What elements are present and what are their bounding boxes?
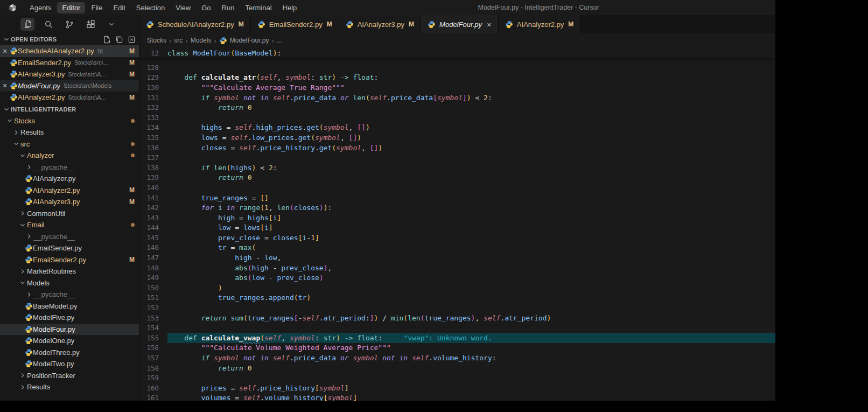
- activity-search-button[interactable]: [41, 18, 55, 31]
- menu-edit[interactable]: Edit: [108, 2, 130, 13]
- line-content[interactable]: abs(high - prev_close),: [167, 263, 775, 273]
- code-line-144[interactable]: 144 low = lows[i]: [139, 223, 775, 233]
- tree-item-email[interactable]: Email: [0, 219, 139, 231]
- code-line-134[interactable]: 134 highs = self.high_prices.get(symbol,…: [139, 123, 775, 133]
- code-line-130[interactable]: 130 """Calculate Average True Range""": [139, 82, 775, 93]
- line-content[interactable]: def calculate_vwap(self, symbol: str) ->…: [167, 333, 775, 343]
- line-number[interactable]: 158: [139, 364, 167, 372]
- tree-item--pycache-[interactable]: __pycache__: [0, 162, 139, 173]
- open-editor-item[interactable]: ×ModelFour.pyStocks\src\Models: [0, 80, 139, 92]
- open-editor-item[interactable]: EmailSender2.pyStocks\src\...M: [0, 57, 139, 69]
- line-number[interactable]: 131: [139, 94, 167, 102]
- line-content[interactable]: prices = self.price_history[symbol]: [167, 383, 775, 393]
- tree-item-results[interactable]: Results: [0, 381, 139, 393]
- line-number[interactable]: 144: [139, 224, 167, 232]
- tree-item-modelfour-py[interactable]: ModelFour.py: [0, 324, 139, 336]
- code-line-154[interactable]: 154: [139, 323, 775, 333]
- code-line-136[interactable]: 136 closes = self.price_history.get(symb…: [139, 143, 775, 153]
- close-icon[interactable]: ×: [0, 47, 10, 55]
- line-number[interactable]: 129: [139, 73, 167, 81]
- line-number[interactable]: 135: [139, 134, 167, 142]
- tree-item--pycache-[interactable]: __pycache__: [0, 289, 139, 301]
- line-content[interactable]: [167, 113, 775, 123]
- line-content[interactable]: return 0: [167, 363, 775, 373]
- code-line-137[interactable]: 137: [139, 152, 775, 163]
- code-line-135[interactable]: 135 lows = self.low_prices.get(symbol, […: [139, 132, 775, 143]
- tree-item-positiontracker[interactable]: PositionTracker: [0, 370, 139, 382]
- code-line-152[interactable]: 152: [139, 303, 775, 313]
- line-content[interactable]: if symbol not in self.price_data or symb…: [167, 353, 775, 363]
- line-number[interactable]: 154: [139, 324, 167, 332]
- line-content[interactable]: low = lows[i]: [167, 223, 775, 233]
- code-line-146[interactable]: 146 tr = max(: [139, 243, 775, 253]
- line-content[interactable]: high = highs[i]: [167, 213, 775, 223]
- code-line-140[interactable]: 140: [139, 183, 775, 193]
- line-content[interactable]: true_ranges.append(tr): [167, 293, 775, 303]
- line-content[interactable]: closes = self.price_history.get(symbol, …: [167, 143, 775, 153]
- tab-emailsender2-py[interactable]: EmailSender2.pyM: [251, 15, 339, 33]
- tree-item--pycache-[interactable]: __pycache__: [0, 231, 139, 243]
- menu-selection[interactable]: Selection: [131, 2, 170, 13]
- line-number[interactable]: 160: [139, 384, 167, 392]
- close-all-icon[interactable]: [128, 36, 136, 44]
- line-content[interactable]: high - low,: [167, 253, 775, 263]
- line-number[interactable]: 147: [139, 254, 167, 262]
- menu-terminal[interactable]: Terminal: [240, 2, 276, 13]
- line-number[interactable]: 153: [139, 314, 167, 322]
- line-content[interactable]: highs = self.high_prices.get(symbol, []): [167, 123, 775, 133]
- tab-modelfour-py[interactable]: ModelFour.py×: [421, 15, 499, 33]
- line-content[interactable]: tr = max(: [167, 243, 775, 253]
- code-line-159[interactable]: 159: [139, 373, 775, 383]
- tree-item-emailsender-py[interactable]: EmailSender.py: [0, 242, 139, 254]
- line-content[interactable]: return sum(true_ranges[-self.atr_period:…: [167, 313, 775, 323]
- close-icon[interactable]: ×: [0, 81, 10, 90]
- tree-item-commonutil[interactable]: CommonUtil: [0, 208, 139, 220]
- line-number[interactable]: 146: [139, 243, 167, 252]
- line-content[interactable]: """Calculate Average True Range""": [167, 82, 775, 93]
- code-line-156[interactable]: 156 """Calculate Volume Weighted Average…: [139, 343, 775, 353]
- code-line-138[interactable]: 138 if len(highs) < 2:: [139, 163, 775, 173]
- line-number[interactable]: 133: [139, 114, 167, 122]
- code-line-158[interactable]: 158 return 0: [139, 363, 775, 373]
- line-content[interactable]: volumes = self.volume_history[symbol]: [167, 393, 775, 401]
- menu-agents[interactable]: Agents: [25, 2, 56, 13]
- line-content[interactable]: [167, 373, 775, 383]
- line-number[interactable]: 139: [139, 173, 167, 181]
- menu-editor[interactable]: Editor: [57, 2, 85, 13]
- tree-item-aianalyzer3-py[interactable]: AIAnalyzer3.pyM: [0, 196, 139, 208]
- tab-aianalyzer3-py[interactable]: AIAnalyzer3.pyM: [339, 15, 421, 33]
- open-editors-header[interactable]: OPEN EDITORS: [0, 33, 139, 45]
- line-content[interactable]: for i in range(1, len(closes)):: [167, 202, 775, 213]
- line-number[interactable]: 151: [139, 294, 167, 302]
- sticky-scroll-line[interactable]: 12class ModelFour(BaseModel):: [139, 47, 775, 58]
- open-editor-item[interactable]: AIAnalyzer2.pyStocks\src\A...M: [0, 92, 139, 103]
- tree-item-aianalyzer2-py[interactable]: AIAnalyzer2.pyM: [0, 185, 139, 197]
- code-line-161[interactable]: 161 volumes = self.volume_history[symbol…: [139, 393, 775, 401]
- line-content[interactable]: prev_close = closes[i-1]: [167, 233, 775, 243]
- line-number[interactable]: 149: [139, 274, 167, 282]
- tree-item-modelfive-py[interactable]: ModelFive.py: [0, 312, 139, 324]
- code-line-155[interactable]: 155 def calculate_vwap(self, symbol: str…: [139, 333, 775, 343]
- line-content[interactable]: def calculate_atr(self, symbol: str) -> …: [167, 73, 775, 83]
- line-number[interactable]: 128: [139, 64, 167, 72]
- tree-item-src[interactable]: src: [0, 138, 139, 150]
- code-line-148[interactable]: 148 abs(high - prev_close),: [139, 263, 775, 273]
- line-content[interactable]: """Calculate Volume Weighted Average Pri…: [167, 343, 775, 353]
- line-number[interactable]: 148: [139, 264, 167, 272]
- line-content[interactable]: [167, 152, 775, 163]
- line-content[interactable]: [167, 323, 775, 333]
- line-content[interactable]: abs(low - prev_close): [167, 273, 775, 283]
- code-line-141[interactable]: 141 true_ranges = []: [139, 193, 775, 203]
- line-content[interactable]: [167, 303, 775, 313]
- code-line-129[interactable]: 129 def calculate_atr(self, symbol: str)…: [139, 73, 775, 83]
- code-line-139[interactable]: 139 return 0: [139, 173, 775, 183]
- activity-source-control-button[interactable]: [62, 18, 76, 31]
- line-number[interactable]: 142: [139, 204, 167, 212]
- save-all-icon[interactable]: [115, 36, 123, 44]
- menu-view[interactable]: View: [171, 2, 195, 13]
- tab-aianalyzer2-py[interactable]: AIAnalyzer2.pyM: [499, 15, 580, 33]
- line-content[interactable]: true_ranges = []: [167, 193, 775, 203]
- line-number[interactable]: 159: [139, 374, 167, 382]
- open-editor-item[interactable]: ×ScheduleAIAnalyzer2.pySt...M: [0, 45, 139, 57]
- tree-item-modelthree-py[interactable]: ModelThree.py: [0, 347, 139, 359]
